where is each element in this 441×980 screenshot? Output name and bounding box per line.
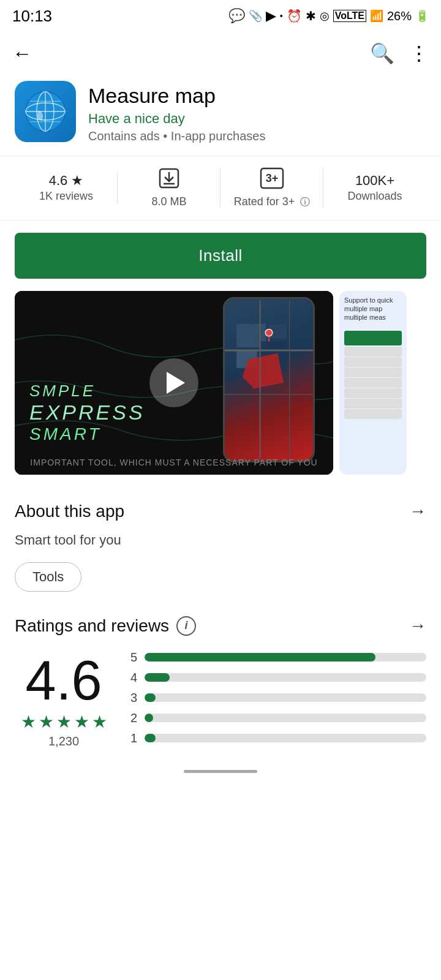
ratings-title: Ratings and reviews: [15, 616, 169, 636]
bar-row-3: 3: [125, 691, 426, 705]
thumb-menu: [344, 330, 402, 420]
tools-tag[interactable]: Tools: [15, 562, 81, 592]
dot-icon: •: [280, 11, 283, 21]
top-nav: ← 🔍 ⋮: [0, 32, 441, 75]
scroll-bar: [184, 770, 257, 773]
bars-container: 54321: [125, 650, 426, 752]
svg-point-22: [265, 329, 273, 336]
stat-rating-value: 4.6 ★: [49, 173, 84, 189]
svg-text:3+: 3+: [266, 172, 279, 184]
screenshots-scroll[interactable]: SMPLE EXPRESS SMART: [0, 291, 441, 475]
battery-indicator: 26%: [387, 9, 412, 23]
bar-label-1: 1: [125, 731, 137, 745]
rating-big: 4.6 ★ ★ ★ ★ ★ 1,230: [15, 653, 113, 748]
screenshot-main-card[interactable]: SMPLE EXPRESS SMART: [15, 291, 333, 475]
age-icon: 3+: [260, 167, 284, 194]
battery-icon: 🔋: [415, 9, 429, 23]
app-name: Measure map: [88, 83, 426, 108]
phone-mockup: [223, 297, 315, 462]
bar-track-4: [145, 673, 426, 682]
screenshot-thumb-inner: Support to quick multiple map multiple m…: [339, 291, 407, 475]
stat-age: 3+ Rated for 3+ ⓘ: [221, 162, 323, 214]
overlay-word1: SMPLE: [29, 382, 145, 401]
ratings-info-icon[interactable]: i: [176, 616, 196, 636]
bar-track-5: [145, 653, 426, 662]
screenshots-section: SMPLE EXPRESS SMART: [0, 291, 441, 487]
alarm-icon: ⏰: [287, 9, 302, 23]
bar-fill-5: [145, 653, 375, 662]
bar-label-2: 2: [125, 711, 137, 725]
app-developer: Have a nice day: [88, 111, 426, 127]
youtube-icon: ▶: [266, 8, 276, 24]
star-2: ★: [39, 712, 54, 732]
overlay-word2: EXPRESS: [29, 401, 145, 424]
star-1: ★: [21, 712, 36, 732]
stats-row: 4.6 ★ 1K reviews 8.0 MB 3+ Rated for 3+ …: [0, 156, 441, 221]
nav-right: 🔍 ⋮: [370, 42, 429, 65]
bar-track-3: [145, 693, 426, 702]
bar-track-2: [145, 714, 426, 722]
bar-row-2: 2: [125, 711, 426, 725]
thumb-row-1: [344, 331, 402, 345]
status-icons: 💬 📎 ▶ • ⏰ ✱ ◎ VoLTE 📶 26% 🔋: [228, 8, 429, 24]
bar-track-1: [145, 734, 426, 742]
about-title: About this app: [15, 502, 124, 521]
status-time: 10:13: [12, 7, 52, 26]
rating-count: 1,230: [48, 734, 79, 748]
install-section: Install: [0, 221, 441, 291]
ratings-arrow-icon[interactable]: →: [409, 616, 426, 636]
screenshot-thumb-card[interactable]: Support to quick multiple map multiple m…: [339, 291, 407, 475]
thumb-row-6: [344, 388, 402, 398]
bar-row-4: 4: [125, 671, 426, 685]
more-menu-button[interactable]: ⋮: [409, 42, 429, 65]
stat-downloads-value: 100K+: [355, 173, 394, 189]
thumb-row-4: [344, 368, 402, 377]
volte-icon: VoLTE: [333, 10, 366, 22]
about-section: About this app → Smart tool for you Tool…: [0, 487, 441, 598]
overlay-word3: SMART: [29, 424, 145, 444]
screenshot-main[interactable]: SMPLE EXPRESS SMART: [15, 291, 333, 475]
bar-row-1: 1: [125, 731, 426, 745]
thumb-row-5: [344, 378, 402, 388]
attachment-icon: 📎: [249, 9, 262, 23]
star-4: ★: [74, 712, 89, 732]
whatsapp-icon: 💬: [228, 8, 245, 24]
about-description: Smart tool for you: [15, 530, 426, 550]
signal-icon: 📶: [370, 9, 383, 23]
bar-fill-2: [145, 714, 153, 722]
search-button[interactable]: 🔍: [370, 42, 394, 65]
stat-size-value: 8.0 MB: [151, 195, 186, 208]
stat-size: 8.0 MB: [118, 162, 221, 213]
globe-icon: [24, 90, 67, 133]
thumb-row-7: [344, 399, 402, 409]
screenshot-thumb: Support to quick multiple map multiple m…: [339, 291, 407, 475]
ratings-title-row: Ratings and reviews i: [15, 616, 196, 636]
about-header: About this app →: [15, 502, 426, 521]
bluetooth-icon: ✱: [306, 9, 316, 23]
app-header: Measure map Have a nice day Contains ads…: [0, 75, 441, 156]
about-arrow-icon[interactable]: →: [409, 502, 426, 521]
star-3: ★: [56, 712, 72, 732]
stat-rating: 4.6 ★ 1K reviews: [15, 168, 118, 208]
location-icon: ◎: [320, 9, 330, 23]
play-button[interactable]: [149, 358, 198, 407]
bar-label-4: 4: [125, 671, 137, 685]
screenshot-bottom-text: IMPORTANT TOOL, WHICH MUST A NECESSARY P…: [15, 458, 333, 467]
download-icon: [158, 167, 180, 194]
thumb-row-8: [344, 409, 402, 419]
thumb-text: Support to quick multiple map multiple m…: [344, 296, 402, 322]
back-button[interactable]: ←: [12, 42, 32, 65]
stat-rating-label: 1K reviews: [39, 190, 93, 203]
ratings-section: Ratings and reviews i → 4.6 ★ ★ ★ ★ ★ 1,…: [0, 598, 441, 764]
rating-number: 4.6: [25, 653, 102, 708]
install-button[interactable]: Install: [15, 233, 426, 279]
bar-label-5: 5: [125, 650, 137, 665]
app-meta: Contains ads • In-app purchases: [88, 129, 426, 143]
bar-fill-3: [145, 693, 156, 702]
stat-downloads: 100K+ Downloads: [323, 168, 426, 208]
ratings-body: 4.6 ★ ★ ★ ★ ★ 1,230 54321: [15, 650, 426, 752]
stars-row: ★ ★ ★ ★ ★: [21, 712, 107, 732]
stat-downloads-label: Downloads: [347, 190, 402, 203]
thumb-row-2: [344, 347, 402, 356]
app-info: Measure map Have a nice day Contains ads…: [88, 81, 426, 143]
